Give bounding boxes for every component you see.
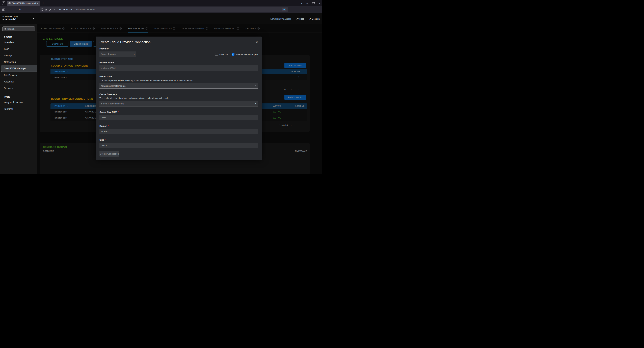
size-input[interactable] — [100, 143, 258, 148]
vhost-label: Enable VHost support — [236, 53, 258, 56]
cache-directory-label: Cache Directory — [100, 93, 117, 95]
user-name: stratistor-admin@ — [2, 15, 18, 18]
required-asterisk: * — [110, 47, 110, 49]
bucket-name-input[interactable] — [100, 65, 258, 71]
bucket-name-label: Bucket Name — [100, 61, 114, 64]
size-label: Size — [100, 139, 104, 141]
sidebar-item-accounts[interactable]: Accounts — [1, 78, 36, 85]
browser-toolbar: ← → ↻ 192.168.59.101:3199/stratistor/str… — [0, 6, 322, 13]
insecure-label: Insecure — [219, 53, 228, 56]
sidebar-item-services[interactable]: Services — [1, 85, 36, 91]
new-tab-button[interactable]: + — [42, 1, 44, 5]
session-menu[interactable]: ⚙ Session — [308, 17, 320, 20]
browser-tab-strip: StratiSTOR Manager - stratistor ✕ + ▾ – … — [0, 0, 322, 6]
mount-path-value: /stratistor/remotemounts — [101, 85, 126, 87]
reload-button[interactable]: ↻ — [19, 8, 21, 11]
search-input[interactable] — [8, 28, 31, 30]
cache-directory-description: The cache directory is where each connec… — [100, 97, 258, 99]
firefox-view-icon[interactable] — [2, 1, 5, 5]
tab-favicon — [8, 2, 11, 4]
lock-warning-icon[interactable] — [45, 8, 47, 11]
caret-down-icon: ▾ — [255, 103, 256, 105]
mount-path-select[interactable]: /stratistor/remotemounts ▾ — [100, 83, 258, 89]
admin-access-link[interactable]: Administrative access — [270, 17, 291, 20]
sidebar-section-system: System — [0, 35, 37, 38]
url-path: :3199/stratistor/stratistor — [73, 8, 95, 11]
provider-select[interactable]: Select Provider ▾ — [100, 51, 136, 57]
cache-size-input[interactable] — [100, 115, 258, 120]
sidebar-item-file-browser[interactable]: File Browser — [1, 72, 36, 78]
permissions-icon[interactable] — [49, 8, 51, 11]
cache-size-label: Cache Size (MB) — [100, 111, 117, 113]
host-name: stratistor1-1 — [2, 18, 18, 21]
required-asterisk: * — [108, 125, 109, 127]
sidebar-item-terminal[interactable]: Terminal — [1, 106, 36, 112]
sidebar-item-overview[interactable]: Overview — [1, 39, 36, 46]
cache-directory-select[interactable]: Select Cache Directory ▾ — [100, 101, 258, 106]
app-masthead: stratistor-admin@ stratistor1-1 ▾ Admini… — [0, 13, 322, 24]
window-restore-button[interactable] — [312, 2, 314, 4]
window-minimize-button[interactable]: – — [306, 2, 308, 5]
browser-tab[interactable]: StratiSTOR Manager - stratistor ✕ — [7, 1, 40, 6]
sidebar: System Overview Logs Storage Networking … — [0, 24, 37, 174]
help-label: Help — [300, 17, 304, 20]
required-asterisk: * — [113, 75, 113, 77]
provider-select-value: Select Provider — [101, 53, 116, 55]
gear-icon: ⚙ — [308, 17, 311, 20]
cache-directory-value: Select Cache Directory — [101, 102, 124, 105]
required-asterisk: * — [105, 139, 106, 141]
create-connection-button[interactable]: Create Connection — [100, 151, 119, 157]
required-asterisk: * — [118, 111, 118, 113]
checkbox-checked-icon[interactable]: ✓ — [232, 53, 234, 56]
mount-path-label: Mount Path — [100, 75, 112, 78]
bookmark-button[interactable]: ★ — [282, 8, 286, 11]
forward-button[interactable]: → — [14, 8, 16, 11]
help-icon: ? — [296, 17, 298, 20]
session-label: Session — [312, 17, 320, 20]
provider-label: Provider — [100, 47, 109, 50]
required-asterisk: * — [118, 93, 118, 95]
back-button[interactable]: ← — [8, 8, 10, 11]
host-caret-icon[interactable]: ▾ — [33, 17, 34, 20]
modal-title: Create Cloud Provider Connection — [100, 40, 150, 44]
sidebar-section-tools: Tools — [0, 95, 37, 98]
region-label: Region — [100, 125, 107, 127]
required-asterisk: * — [115, 61, 116, 63]
caret-down-icon: ▾ — [134, 53, 135, 55]
help-menu[interactable]: ? Help — [296, 17, 304, 20]
shield-icon[interactable] — [41, 8, 44, 11]
search-icon — [4, 28, 6, 30]
url-bar[interactable]: 192.168.59.101:3199/stratistor/stratisto… — [40, 7, 288, 12]
vhost-checkbox[interactable]: ✓ Enable VHost support — [232, 53, 258, 56]
tab-title: StratiSTOR Manager - stratistor — [12, 2, 36, 4]
mount-path-description: The mount path is a base directory; a un… — [100, 79, 258, 82]
sidebar-item-storage[interactable]: Storage — [1, 52, 36, 59]
key-icon[interactable] — [53, 8, 55, 11]
sidebar-item-stratistor-manager[interactable]: StratiSTOR Manager — [1, 65, 38, 72]
caret-down-icon: ▾ — [255, 85, 256, 87]
sidebar-item-logs[interactable]: Logs — [1, 46, 36, 52]
host-switcher[interactable]: stratistor-admin@ stratistor1-1 — [2, 15, 18, 21]
sidebar-item-diagnostic-reports[interactable]: Diagnostic reports — [1, 99, 36, 106]
sidebar-item-networking[interactable]: Networking — [1, 59, 36, 65]
window-close-button[interactable]: ✕ — [318, 2, 320, 4]
bookmark-star-icon: ★ — [283, 8, 286, 11]
modal-close-icon[interactable]: ✕ — [256, 41, 258, 44]
insecure-checkbox[interactable]: Insecure — [215, 53, 228, 56]
tab-list-chevron-icon[interactable]: ▾ — [301, 2, 302, 4]
create-connection-modal: Create Cloud Provider Connection ✕ Provi… — [96, 36, 262, 160]
sidebar-toggle-icon[interactable] — [2, 8, 5, 11]
region-input[interactable] — [100, 129, 258, 134]
url-host: 192.168.59.101 — [58, 8, 72, 11]
tab-close-icon[interactable]: ✕ — [37, 2, 38, 4]
sidebar-search[interactable] — [2, 26, 35, 31]
checkbox-unchecked-icon[interactable] — [215, 53, 218, 56]
